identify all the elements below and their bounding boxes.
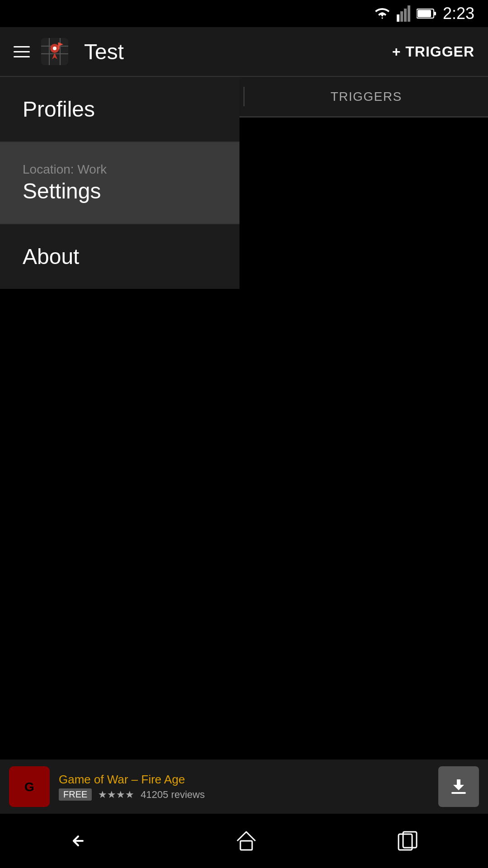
svg-rect-0 xyxy=(397,14,399,22)
settings-label: Settings xyxy=(23,179,107,203)
drawer: Profiles Location: Work Settings About xyxy=(0,77,239,289)
profiles-label: Profiles xyxy=(23,97,95,122)
svg-text:G: G xyxy=(24,780,34,794)
hamburger-menu-icon[interactable] xyxy=(14,46,30,57)
app-title: Test xyxy=(84,39,124,64)
status-time: 2:23 xyxy=(443,4,474,23)
status-bar: 2:23 xyxy=(0,0,488,27)
signal-icon xyxy=(397,5,410,22)
drawer-item-profiles[interactable]: Profiles xyxy=(0,77,239,142)
nav-home-button[interactable] xyxy=(226,821,267,861)
svg-rect-2 xyxy=(404,9,407,22)
app-bar-left: Test xyxy=(14,36,124,67)
status-icons: 2:23 xyxy=(374,4,474,23)
nav-bar xyxy=(0,814,488,868)
about-label: About xyxy=(23,244,79,269)
ad-free-badge: FREE xyxy=(59,788,92,801)
svg-rect-1 xyxy=(400,11,403,22)
app-bar: Test + TRIGGER xyxy=(0,27,488,77)
nav-back-button[interactable] xyxy=(60,823,105,859)
svg-rect-5 xyxy=(434,12,436,15)
ad-app-icon: G xyxy=(9,766,50,807)
svg-point-13 xyxy=(53,47,56,50)
ad-download-button[interactable] xyxy=(438,766,479,807)
app-logo xyxy=(39,36,70,67)
settings-sublabel: Location: Work xyxy=(23,162,107,177)
ad-title: Game of War – Fire Age xyxy=(59,773,429,787)
drawer-item-settings[interactable]: Location: Work Settings xyxy=(0,142,239,223)
nav-recent-button[interactable] xyxy=(387,821,428,861)
drawer-item-about[interactable]: About xyxy=(0,224,239,289)
ad-meta: FREE ★★★★ 41205 reviews xyxy=(59,788,429,801)
tab-triggers[interactable]: TRIGGERS xyxy=(244,77,488,116)
ad-banner: G Game of War – Fire Age FREE ★★★★ 41205… xyxy=(0,760,488,814)
ad-stars: ★★★★ xyxy=(98,789,134,801)
svg-rect-3 xyxy=(408,5,410,22)
svg-rect-19 xyxy=(240,841,252,850)
battery-icon xyxy=(417,8,436,19)
trigger-button[interactable]: + TRIGGER xyxy=(392,43,474,60)
ad-text-block: Game of War – Fire Age FREE ★★★★ 41205 r… xyxy=(59,773,429,801)
ad-reviews: 41205 reviews xyxy=(141,789,205,801)
svg-rect-18 xyxy=(451,792,466,794)
svg-rect-6 xyxy=(418,10,431,17)
wifi-icon xyxy=(374,8,390,19)
